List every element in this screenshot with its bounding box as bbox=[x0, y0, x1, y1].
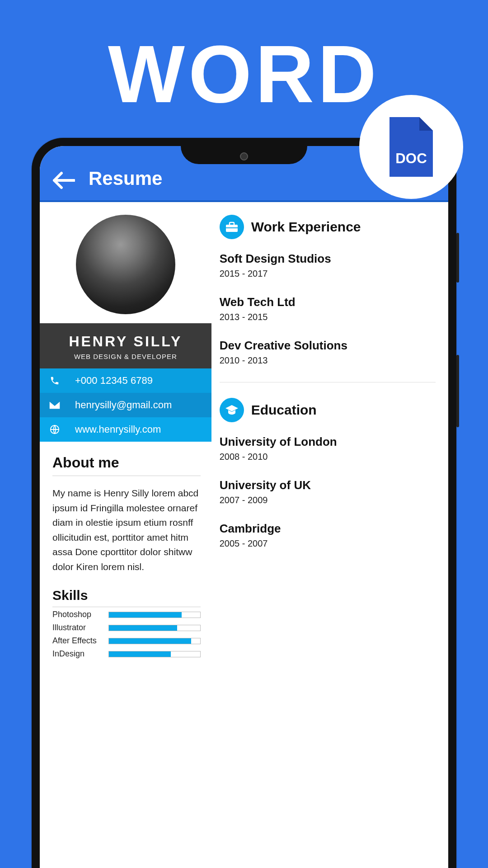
education-section-head: Education bbox=[220, 398, 436, 422]
contact-phone-row: +000 12345 6789 bbox=[40, 368, 211, 393]
education-item: University of London 2008 - 2010 bbox=[220, 435, 436, 462]
skill-bar bbox=[108, 625, 201, 631]
skill-label: After Effects bbox=[52, 636, 102, 646]
right-column: Work Experience Soft Design Studios 2015… bbox=[211, 202, 448, 868]
contact-website: www.henrysilly.com bbox=[75, 424, 161, 435]
work-item-dates: 2015 - 2017 bbox=[220, 269, 436, 279]
work-item: Dev Creative Solutions 2010 - 2013 bbox=[220, 339, 436, 366]
person-role: WEB DESIGN & DEVELOPER bbox=[44, 353, 207, 360]
skill-label: Illustrator bbox=[52, 623, 102, 632]
work-item-title: Web Tech Ltd bbox=[220, 295, 436, 309]
work-item-title: Dev Creative Solutions bbox=[220, 339, 436, 353]
contact-website-row: www.henrysilly.com bbox=[40, 417, 211, 442]
skill-fill bbox=[109, 651, 171, 657]
skill-bar bbox=[108, 651, 201, 657]
skill-bar bbox=[108, 612, 201, 618]
work-item: Soft Design Studios 2015 - 2017 bbox=[220, 252, 436, 279]
graduation-cap-icon bbox=[220, 398, 244, 422]
document-body: HENRY SILLY WEB DESIGN & DEVELOPER +000 … bbox=[40, 202, 448, 868]
work-item: Web Tech Ltd 2013 - 2015 bbox=[220, 295, 436, 322]
skill-label: InDesign bbox=[52, 649, 102, 659]
skill-label: Photoshop bbox=[52, 610, 102, 619]
mail-icon bbox=[49, 401, 61, 409]
skill-row: After Effects bbox=[52, 636, 201, 646]
skills-list: Photoshop Illustrator After Effects InDe… bbox=[40, 607, 211, 659]
skill-fill bbox=[109, 625, 177, 631]
contact-phone: +000 12345 6789 bbox=[75, 375, 153, 387]
education-item-title: University of UK bbox=[220, 478, 436, 492]
skill-fill bbox=[109, 612, 182, 618]
work-item-dates: 2010 - 2013 bbox=[220, 355, 436, 366]
back-arrow-icon[interactable] bbox=[52, 171, 75, 189]
doc-badge: DOC bbox=[359, 95, 463, 199]
about-text: My name is Henry Silly lorem abcd ipsum … bbox=[40, 476, 211, 574]
education-item-title: Cambridge bbox=[220, 522, 436, 536]
skill-fill bbox=[109, 638, 191, 644]
svg-rect-2 bbox=[226, 227, 238, 228]
education-item: Cambridge 2005 - 2007 bbox=[220, 522, 436, 549]
briefcase-icon bbox=[220, 215, 244, 239]
work-item-title: Soft Design Studios bbox=[220, 252, 436, 266]
name-block: HENRY SILLY WEB DESIGN & DEVELOPER bbox=[40, 323, 211, 368]
education-heading: Education bbox=[251, 402, 317, 418]
education-item: University of UK 2007 - 2009 bbox=[220, 478, 436, 505]
about-heading: About me bbox=[40, 442, 211, 476]
globe-icon bbox=[49, 425, 61, 434]
education-item-dates: 2007 - 2009 bbox=[220, 495, 436, 505]
skill-row: InDesign bbox=[52, 649, 201, 659]
work-section-head: Work Experience bbox=[220, 215, 436, 239]
work-heading: Work Experience bbox=[251, 219, 361, 235]
badge-label: DOC bbox=[395, 151, 427, 166]
left-column: HENRY SILLY WEB DESIGN & DEVELOPER +000 … bbox=[40, 202, 211, 868]
side-button bbox=[456, 355, 459, 427]
education-item-dates: 2005 - 2007 bbox=[220, 538, 436, 549]
skill-row: Photoshop bbox=[52, 610, 201, 619]
education-item-title: University of London bbox=[220, 435, 436, 449]
education-item-dates: 2008 - 2010 bbox=[220, 452, 436, 462]
skill-bar bbox=[108, 638, 201, 644]
contact-email-row: henrysilly@gmail.com bbox=[40, 393, 211, 417]
skills-heading: Skills bbox=[40, 574, 211, 607]
person-name: HENRY SILLY bbox=[44, 333, 207, 350]
document-icon: DOC bbox=[384, 113, 438, 181]
side-button bbox=[456, 233, 459, 283]
work-item-dates: 2013 - 2015 bbox=[220, 312, 436, 322]
skill-row: Illustrator bbox=[52, 623, 201, 632]
phone-icon bbox=[49, 376, 61, 386]
page-title: Resume bbox=[89, 168, 162, 189]
section-divider bbox=[220, 382, 436, 382]
phone-frame: Resume HENRY SILLY WEB DESIGN & DEVELOPE… bbox=[32, 138, 456, 868]
phone-notch bbox=[181, 146, 307, 164]
contact-email: henrysilly@gmail.com bbox=[75, 399, 172, 411]
avatar bbox=[76, 215, 175, 314]
